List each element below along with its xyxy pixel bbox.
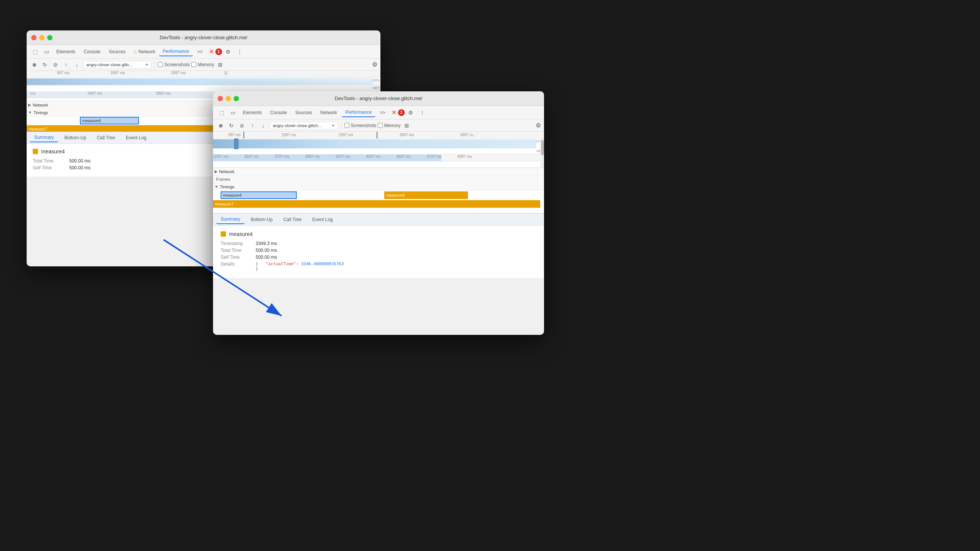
more-icon-front[interactable]: ⋮ (417, 107, 428, 118)
maximize-button-front[interactable] (234, 96, 239, 101)
summary-title-front: measure4 (221, 231, 536, 237)
error-badge-back: 1 (215, 48, 222, 55)
selection-band-front (213, 154, 441, 161)
settings-icon-front[interactable]: ⚙ (406, 107, 416, 118)
upload-btn-back[interactable]: ↑ (62, 60, 71, 69)
memory-checkbox-front[interactable]: Memory (378, 123, 401, 128)
scrollbar-front[interactable] (540, 139, 544, 168)
collapse-timings-front[interactable]: ▼ (215, 185, 218, 189)
measure4-bar-front[interactable]: measure4 (221, 191, 297, 199)
ruler-mark-997-back: 997 ms (57, 71, 70, 75)
devtools-window-front: DevTools - angry-clover-close.glitch.me/… (213, 91, 544, 335)
maximize-button-back[interactable] (47, 35, 52, 40)
measure-color-dot-back (33, 149, 38, 154)
btab-eventlog-front[interactable]: Event Log (308, 215, 337, 224)
reload-btn-back[interactable]: ↻ (40, 60, 49, 69)
tab-network-front[interactable]: Network (317, 108, 341, 117)
settings-icon-back[interactable]: ⚙ (223, 46, 234, 57)
inspector-icon[interactable]: ⬚ (30, 46, 40, 57)
url-bar-back[interactable]: angry-clover-close.glitc... ▾ (83, 61, 151, 68)
capture-btn-back[interactable]: ⊞ (216, 60, 225, 69)
ruler-mark-extra-back: ||| (224, 71, 228, 75)
settings-gear-front[interactable]: ⚙ (536, 122, 541, 129)
capture-btn-front[interactable]: ⊞ (402, 121, 411, 130)
tab-console-front[interactable]: Console (266, 108, 291, 117)
download-btn-back[interactable]: ↓ (72, 60, 81, 69)
scrollbar-thumb-front[interactable] (541, 140, 544, 155)
window-controls-front (218, 96, 239, 101)
btab-calltree-back[interactable]: Call Tree (92, 134, 120, 142)
tab-more-back[interactable]: >> (194, 48, 207, 56)
screenshots-checkbox-back[interactable]: Screenshots (158, 62, 190, 67)
inspector-icon-front[interactable]: ⬚ (216, 107, 227, 118)
btab-bottomup-front[interactable]: Bottom-Up (246, 215, 277, 224)
bottom-tabs-front: Summary Bottom-Up Call Tree Event Log (213, 213, 544, 226)
timeline-upper-front: 997 ms 1997 ms 2997 ms 3997 ms 4997 m...… (213, 132, 544, 168)
titlebar-title-front: DevTools - angry-clover-close.glitch.me/ (335, 96, 422, 101)
error-badge-front: 1 (398, 109, 405, 116)
tabs-row-back: ⬚ ▭ Elements Console Sources ⚠ Network P… (27, 45, 380, 59)
tab-network-back[interactable]: ⚠ Network (130, 48, 158, 56)
clear-btn-front[interactable]: ⊘ (237, 121, 247, 130)
controls-row-back: ⏺ ↻ ⊘ ↑ ↓ angry-clover-close.glitc... ▾ … (27, 59, 380, 71)
clear-btn-back[interactable]: ⊘ (51, 60, 60, 69)
ruler-2997-front: 2997 ms (339, 133, 353, 137)
download-btn-front[interactable]: ↓ (259, 121, 268, 130)
screenshots-checkbox-front[interactable]: Screenshots (344, 123, 376, 128)
flame-chart-front: ▶ Network Frames ▼ Timings measure4 meas… (213, 168, 544, 213)
summary-panel-front: measure4 Timestamp 3349.3 ms Total Time … (213, 226, 544, 278)
device-icon-front[interactable]: ▭ (228, 107, 238, 118)
collapse-timings-back[interactable]: ▼ (28, 110, 32, 115)
frames-section-front: Frames (213, 175, 544, 183)
close-icon-back: ✕ (209, 48, 214, 55)
more-icon-back[interactable]: ⋮ (234, 46, 245, 57)
divider-front (341, 122, 341, 129)
url-bar-front[interactable]: angry-clover-close.glitch... ▾ (269, 122, 338, 129)
ruler-3997-front: 3997 ms (399, 133, 414, 137)
details-json: { "actualTime": 3346.400000035763 } (256, 261, 344, 271)
record-btn-back[interactable]: ⏺ (30, 60, 39, 69)
ruler-4997: 4997 ms (457, 154, 472, 159)
cpu-label-back: CPU (372, 78, 380, 82)
close-button-front[interactable] (218, 96, 223, 101)
tab-elements-front[interactable]: Elements (239, 108, 266, 117)
btab-bottomup-back[interactable]: Bottom-Up (60, 134, 91, 142)
btab-eventlog-back[interactable]: Event Log (121, 134, 151, 142)
record-btn-front[interactable]: ⏺ (216, 121, 225, 130)
tab-console-back[interactable]: Console (80, 48, 104, 56)
titlebar-title-back: DevTools - angry-clover-close.glitch.me/ (160, 35, 247, 40)
tab-elements-back[interactable]: Elements (52, 48, 79, 56)
chevron-down-icon-back: ▾ (146, 62, 148, 67)
tab-sources-front[interactable]: Sources (291, 108, 316, 117)
ruler-997-front: 997 ms (228, 133, 241, 137)
ruler-mark-1997-back: 1997 ms (110, 71, 125, 75)
net-label-back: NET (373, 86, 380, 90)
minimize-button-back[interactable] (39, 35, 45, 40)
close-button-back[interactable] (31, 35, 37, 40)
measure5-bar-front[interactable]: measure5 (384, 191, 468, 199)
chevron-down-icon-front: ▾ (332, 123, 334, 128)
upload-btn-front[interactable]: ↑ (248, 121, 257, 130)
window-controls-back (31, 35, 52, 40)
measure7-bar-front[interactable]: measure7 (213, 200, 540, 208)
btab-summary-back[interactable]: Summary (30, 133, 58, 142)
tab-more-front[interactable]: >> (376, 108, 389, 117)
minimize-button-front[interactable] (226, 96, 231, 101)
tab-performance-front[interactable]: Performance (342, 108, 375, 117)
reload-btn-front[interactable]: ↻ (227, 121, 236, 130)
memory-checkbox-back[interactable]: Memory (191, 62, 214, 67)
tab-sources-back[interactable]: Sources (105, 48, 129, 56)
btab-summary-front[interactable]: Summary (216, 215, 245, 224)
settings-gear-back[interactable]: ⚙ (372, 61, 377, 68)
collapse-network-back[interactable]: ▶ (28, 103, 31, 107)
divider-back (154, 61, 155, 68)
details-row: Details { "actualTime": 3346.40000003576… (221, 261, 536, 271)
close-icon-front: ✕ (391, 109, 396, 116)
measure4-bar-back[interactable]: measure4 (80, 117, 139, 124)
btab-calltree-front[interactable]: Call Tree (279, 215, 306, 224)
measure-color-dot-front (221, 231, 226, 237)
device-icon[interactable]: ▭ (41, 46, 52, 57)
tab-performance-back[interactable]: Performance (159, 47, 193, 56)
collapse-network-front[interactable]: ▶ (215, 169, 218, 174)
controls-row-front: ⏺ ↻ ⊘ ↑ ↓ angry-clover-close.glitch... ▾… (213, 119, 544, 132)
